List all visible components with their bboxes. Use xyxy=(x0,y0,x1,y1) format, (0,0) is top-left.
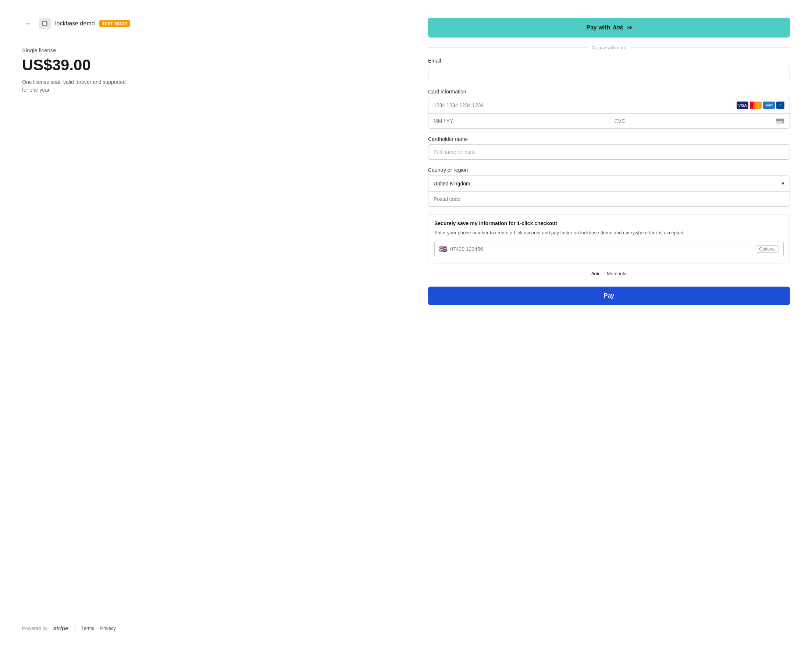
phone-input[interactable] xyxy=(450,246,753,252)
country-region-box: United Kingdom ▾ xyxy=(428,175,790,207)
app-icon xyxy=(39,18,51,29)
product-description: One license seat, valid forever and supp… xyxy=(22,78,133,94)
link-logo-text: link xyxy=(613,24,623,31)
country-select[interactable]: United Kingdom ▾ xyxy=(429,176,789,192)
back-button[interactable]: ← xyxy=(22,18,35,29)
link-footer: link · More info xyxy=(428,271,790,276)
card-info-label: Card information xyxy=(428,89,790,95)
app-name: lockbase demo xyxy=(55,20,95,27)
svg-text:123: 123 xyxy=(782,121,784,123)
diners-icon: D xyxy=(776,101,785,109)
cvc-card-icon: 123 xyxy=(775,118,785,124)
header: ← lockbase demo TEST MODE xyxy=(22,18,383,29)
or-divider: Or pay with card xyxy=(428,45,790,51)
privacy-link[interactable]: Privacy xyxy=(100,626,116,631)
save-info-description: Enter your phone number to create a Link… xyxy=(434,229,784,237)
amex-icon: AMEX xyxy=(763,101,775,109)
card-cvc-input[interactable] xyxy=(615,118,773,124)
cardholder-group: Cardholder name xyxy=(428,136,790,160)
terms-link[interactable]: Terms xyxy=(81,626,94,631)
product-info: Single license US$39.00 One license seat… xyxy=(22,47,383,94)
more-info-link[interactable]: More info xyxy=(607,271,627,276)
email-group: Email xyxy=(428,58,790,81)
divider-line-right xyxy=(631,47,790,48)
cardholder-input[interactable] xyxy=(428,144,790,160)
card-info-group: Card information VISA AMEX D xyxy=(428,89,790,129)
cardholder-label: Cardholder name xyxy=(428,136,790,142)
svg-rect-4 xyxy=(777,121,780,122)
price: US$39.00 xyxy=(22,56,383,74)
save-info-box: Securely save my information for 1-click… xyxy=(428,214,790,263)
arrow-icon: ⇒ xyxy=(626,23,632,32)
visa-icon: VISA xyxy=(737,101,748,109)
dot-separator: · xyxy=(602,271,604,276)
save-info-title: Securely save my information for 1-click… xyxy=(434,220,784,226)
pay-with-link-button[interactable]: Pay with link ⇒ xyxy=(428,18,790,38)
card-number-row: VISA AMEX D xyxy=(429,97,789,114)
email-input[interactable] xyxy=(428,66,790,81)
card-info-box: VISA AMEX D xyxy=(428,97,790,129)
stripe-logo: stripe xyxy=(53,625,69,631)
right-panel: Pay with link ⇒ Or pay with card Email C… xyxy=(406,0,812,649)
svg-rect-1 xyxy=(43,22,46,25)
uk-flag-icon: 🇬🇧 xyxy=(439,245,447,253)
phone-input-row: 🇬🇧 Optional xyxy=(434,241,784,257)
product-label: Single license xyxy=(22,47,383,54)
or-pay-with-card-text: Or pay with card xyxy=(592,45,627,51)
svg-rect-3 xyxy=(776,119,784,121)
card-bottom-row: 123 xyxy=(429,114,789,129)
link-brand: link xyxy=(591,271,600,276)
pay-button[interactable]: Pay xyxy=(428,286,790,305)
footer-divider: | xyxy=(74,626,75,631)
divider-line-left xyxy=(428,47,587,48)
optional-badge: Optional xyxy=(756,245,779,253)
card-number-input[interactable] xyxy=(433,102,734,108)
card-expiry-input[interactable] xyxy=(429,114,609,129)
country-group: Country or region United Kingdom ▾ xyxy=(428,167,790,207)
card-cvc-row: 123 xyxy=(609,114,790,129)
country-value: United Kingdom xyxy=(433,181,781,187)
email-label: Email xyxy=(428,58,790,64)
pay-with-text: Pay with xyxy=(586,24,610,31)
postal-code-input[interactable] xyxy=(429,192,789,207)
country-label: Country or region xyxy=(428,167,790,173)
powered-by-text: Powered by xyxy=(22,626,47,631)
left-panel: ← lockbase demo TEST MODE Single license… xyxy=(0,0,406,649)
chevron-down-icon: ▾ xyxy=(781,180,785,187)
mastercard-icon xyxy=(750,101,762,109)
test-mode-badge: TEST MODE xyxy=(99,20,131,27)
footer: Powered by stripe | Terms Privacy xyxy=(22,625,383,631)
card-icons: VISA AMEX D xyxy=(737,101,785,109)
